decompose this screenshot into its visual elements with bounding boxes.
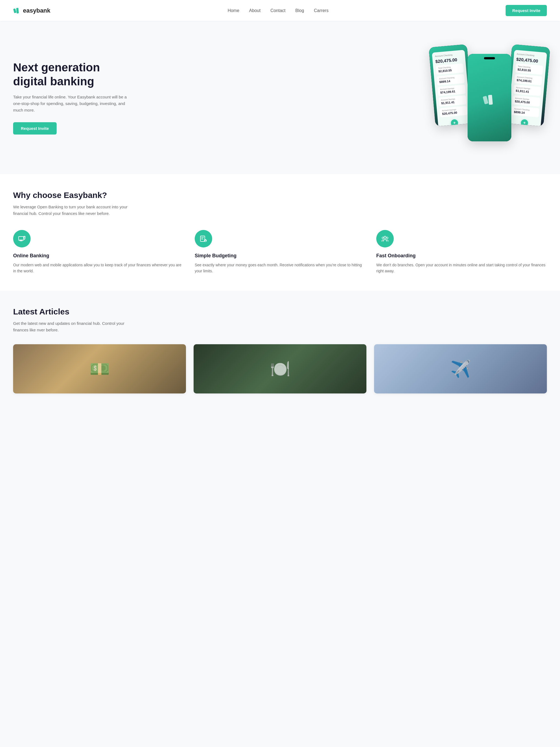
phone-balance-label-right: Account Checking [516,53,544,58]
why-section: Why choose Easybank? We leverage Open Ba… [0,174,560,291]
budgeting-icon-wrap: $ [195,230,212,248]
phone-fab-right: + [520,119,528,126]
hero-heading: Next generation digital banking [13,61,133,88]
why-heading: Why choose Easybank? [13,190,547,200]
onboarding-icon-wrap [376,230,394,248]
hero-description: Take your financial life online. Your Ea… [13,94,133,113]
svg-point-18 [384,236,386,238]
hero-cta-button[interactable]: Request Invite [13,122,57,134]
online-banking-icon [18,234,26,243]
feature-2-desc: See exactly where your money goes each m… [195,262,365,274]
phone-balance-label-left: Account Checking [435,53,462,58]
phone-account-row: Total Checking $2,810.55 [436,63,464,75]
why-description: We leverage Open Banking to turn your ba… [13,204,133,217]
phone-logo-icon [483,93,496,107]
phone-account-row: Account Savings $20,475.00 [439,106,467,117]
feature-2-title: Simple Budgeting [195,253,365,259]
articles-heading: Latest Articles [13,307,547,316]
article-image-1 [13,344,186,393]
feature-1-title: Online Banking [13,253,184,259]
online-banking-icon-wrap [13,230,31,248]
svg-point-20 [386,237,388,239]
article-image-2 [194,344,366,393]
phone-account-row: Account Checking $74,199.61 [514,74,542,85]
phone-main [467,54,511,141]
svg-rect-14 [201,238,203,239]
feature-online-banking: Online Banking Our modern web and mobile… [13,230,184,274]
articles-grid [13,344,547,393]
hero-visual: Account Checking $20,475.00 Total Checki… [432,37,547,158]
svg-rect-15 [201,239,203,239]
svg-rect-3 [488,95,493,105]
nav-careers[interactable]: Carrers [314,8,328,13]
hero-content: Next generation digital banking Take you… [13,61,133,134]
svg-point-19 [382,237,384,239]
svg-text:$: $ [205,240,206,242]
logo-icon [13,7,21,15]
hero-section: Next generation digital banking Take you… [0,21,560,174]
feature-1-desc: Our modern web and mobile applications a… [13,262,184,274]
nav-links: Home About Contact Blog Carrers [228,8,328,13]
nav-contact[interactable]: Contact [271,8,285,13]
articles-section: Latest Articles Get the latest new and u… [0,291,560,410]
svg-rect-2 [483,96,488,104]
feature-onboarding: Fast Onboarding We don't do branches. Op… [376,230,547,274]
phone-account-row: Account Savings $20,475.00 [512,95,540,107]
svg-rect-0 [13,8,17,13]
phone-account-row: Account Savings $74,199.61 [437,85,465,96]
svg-rect-5 [20,240,22,241]
nav-cta-button[interactable]: Request Invite [506,5,547,16]
svg-point-9 [24,237,25,238]
phone-account-row: Account Savings $1,911.41 [513,85,541,96]
phone-notch-right [526,49,536,50]
nav-home[interactable]: Home [228,8,239,13]
svg-point-11 [24,240,25,240]
logo[interactable]: easybank [13,7,50,15]
phone-balance-right: $20,475.00 [516,57,543,64]
features-grid: Online Banking Our modern web and mobile… [13,230,547,274]
nav-about[interactable]: About [249,8,261,13]
feature-3-title: Fast Onboarding [376,253,547,259]
article-card-2[interactable] [194,344,366,393]
phone-account-row: Account Savings $1,911.41 [439,95,466,107]
article-image-3 [374,344,547,393]
articles-description: Get the latest new and updates on financ… [13,320,133,333]
navbar: easybank Home About Contact Blog Carrers… [0,0,560,21]
article-card-1[interactable] [13,344,186,393]
phone-account-row: Account Checking $899.14 [511,106,539,117]
svg-rect-6 [19,239,23,240]
phone-fab-left: + [451,119,458,126]
svg-rect-13 [201,237,204,238]
article-card-3[interactable] [374,344,547,393]
phone-left: Account Checking $20,475.00 Total Checki… [429,44,474,126]
phone-right: Account Checking $20,475.00 Total Checki… [505,44,551,126]
onboarding-icon [381,234,389,243]
svg-rect-8 [24,238,25,239]
nav-blog[interactable]: Blog [295,8,304,13]
phone-account-row: Account Checking $899.14 [437,74,464,85]
phone-balance-left: $20,475.00 [435,57,463,64]
phone-notch-main [484,57,495,59]
budgeting-icon: $ [199,234,208,243]
phone-notch-left [442,49,453,50]
feature-3-desc: We don't do branches. Open your account … [376,262,547,274]
svg-rect-1 [16,8,19,14]
feature-budgeting: $ Simple Budgeting See exactly where you… [195,230,365,274]
phone-account-row: Total Checking $2,810.55 [515,63,543,75]
brand-name: easybank [23,7,50,14]
